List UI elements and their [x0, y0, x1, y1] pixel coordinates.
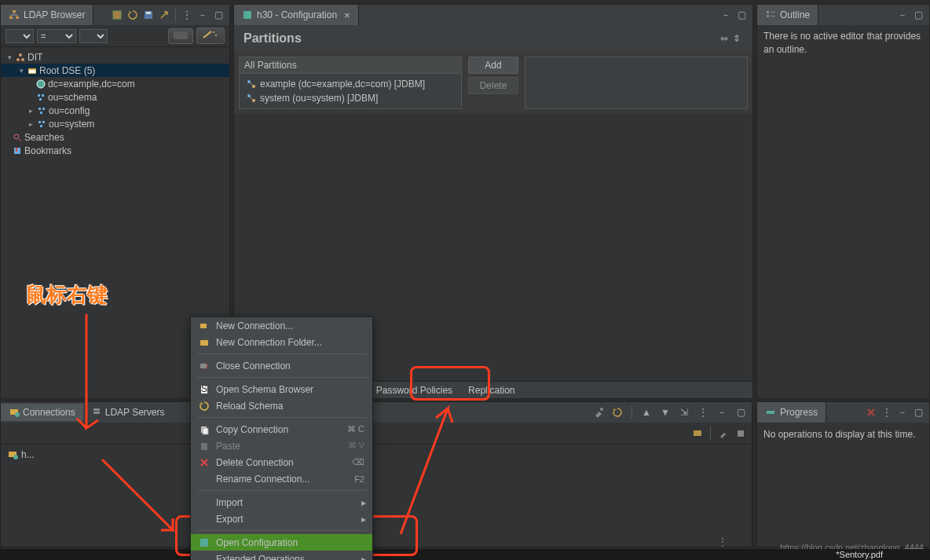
menu-import[interactable]: Import▸ — [191, 494, 372, 511]
progress-message: No operations to display at this time. — [757, 423, 929, 446]
connection-icon — [7, 449, 18, 460]
maximize-icon[interactable]: ▢ — [912, 406, 925, 419]
filter-select-3[interactable] — [79, 29, 108, 43]
more-icon[interactable]: ⋮ — [718, 536, 727, 547]
svg-rect-5 — [146, 12, 151, 14]
stop-icon[interactable] — [734, 427, 747, 440]
expand-v-icon[interactable]: ⇕ — [730, 32, 743, 45]
menu-copy[interactable]: Copy Connection⌘ C — [191, 421, 372, 437]
svg-rect-33 — [771, 12, 775, 13]
annotation-arrow-2 — [94, 456, 189, 542]
tree-config: ou=config — [49, 105, 90, 116]
menu-reload-schema[interactable]: Reload Schema — [191, 397, 372, 414]
svg-point-11 — [21, 58, 24, 61]
dit-icon — [16, 53, 25, 62]
partition-item[interactable]: system (ou=system) [JDBM] — [243, 91, 458, 105]
expand-h-icon[interactable]: ⇔ — [718, 32, 730, 45]
tree-system: ou=system — [49, 119, 94, 130]
maximize-icon[interactable]: ▢ — [912, 9, 925, 21]
svg-rect-34 — [767, 15, 769, 17]
minimize-icon[interactable]: － — [896, 406, 909, 419]
close-tab-icon[interactable]: × — [344, 9, 350, 21]
menu-new-connection[interactable]: New Connection... — [191, 317, 372, 334]
editor-tab[interactable]: h30 - Configuration × — [234, 5, 359, 25]
minimize-icon[interactable]: － — [716, 406, 728, 419]
svg-point-46 — [13, 455, 18, 459]
clear-icon[interactable] — [865, 406, 877, 419]
toolbar-icon-1[interactable] — [111, 9, 123, 21]
svg-point-37 — [15, 412, 20, 417]
wand-icon[interactable] — [196, 27, 225, 44]
maximize-icon[interactable]: ▢ — [734, 406, 747, 419]
annotation-arrow-1 — [71, 310, 118, 444]
folder-icon — [27, 66, 37, 75]
annotation-box-partitions — [410, 366, 490, 401]
minimize-icon[interactable]: － — [196, 9, 209, 21]
expand-icon[interactable]: ⇲ — [678, 406, 690, 419]
svg-rect-20 — [40, 112, 42, 114]
ldap-browser-tab[interactable]: LDAP Browser — [1, 5, 93, 25]
menu-icon[interactable]: ⋮ — [697, 406, 709, 419]
down-icon[interactable]: ▼ — [659, 406, 672, 419]
menu-export[interactable]: Export▸ — [191, 511, 372, 527]
svg-rect-48 — [200, 324, 207, 328]
minimize-icon[interactable]: － — [719, 9, 732, 21]
maximize-icon[interactable]: ▢ — [735, 9, 748, 21]
svg-rect-26 — [16, 148, 17, 152]
svg-rect-1 — [9, 16, 13, 19]
ldap-tree[interactable]: ▾DIT ▾Root DSE (5) dc=example,dc=com ou=… — [1, 47, 229, 160]
svg-rect-6 — [174, 31, 188, 39]
tree-root: Root DSE (5) — [39, 65, 95, 76]
outline-tab[interactable]: Outline — [757, 5, 818, 25]
taskbar-item[interactable]: *Sentory.pdf — [836, 550, 883, 559]
ou-icon — [36, 93, 46, 102]
menu-icon[interactable]: ⋮ — [181, 9, 193, 21]
svg-point-7 — [213, 31, 214, 33]
progress-icon — [765, 407, 776, 418]
refresh-icon[interactable] — [126, 9, 139, 21]
minimize-icon[interactable]: － — [896, 9, 909, 21]
svg-rect-47 — [767, 411, 774, 414]
tool-icon[interactable] — [592, 406, 605, 419]
filter-select-1[interactable] — [5, 29, 34, 43]
partition-item[interactable]: example (dc=example,dc=com) [JDBM] — [243, 77, 458, 91]
up-icon[interactable]: ▲ — [640, 406, 653, 419]
menu-extended-ops[interactable]: Extended Operations▸ — [191, 551, 372, 560]
progress-tab[interactable]: Progress — [757, 402, 826, 423]
svg-rect-0 — [13, 10, 16, 13]
svg-rect-27 — [243, 11, 251, 19]
menu-close-connection[interactable]: Close Connection — [191, 357, 372, 374]
svg-point-8 — [215, 35, 217, 36]
menu-icon[interactable]: ⋮ — [881, 406, 893, 419]
menu-new-folder[interactable]: New Connection Folder... — [191, 334, 372, 350]
refresh-icon[interactable] — [611, 406, 624, 419]
outline-icon — [765, 9, 776, 20]
svg-rect-16 — [42, 94, 44, 97]
svg-rect-3 — [113, 11, 121, 19]
context-menu: New Connection... New Connection Folder.… — [190, 317, 373, 560]
connections-icon — [9, 407, 20, 418]
menu-rename[interactable]: Rename Connection...F2 — [191, 470, 372, 487]
ldap-browser-title: LDAP Browser — [24, 9, 85, 20]
link-icon[interactable] — [158, 9, 170, 21]
tree-dit: DIT — [27, 52, 42, 63]
all-partitions-header: All Partitions — [240, 57, 461, 74]
menu-delete[interactable]: Delete Connection⌫ — [191, 454, 372, 470]
svg-rect-35 — [771, 16, 775, 16]
svg-point-24 — [14, 134, 19, 139]
svg-rect-18 — [38, 108, 41, 110]
delete-button[interactable]: Delete — [468, 77, 519, 94]
save-icon[interactable] — [142, 9, 155, 21]
filter-select-2[interactable]: = — [37, 29, 76, 43]
bookmarks-icon — [13, 146, 22, 156]
maximize-icon[interactable]: ▢ — [212, 9, 225, 21]
new-conn-icon[interactable] — [691, 427, 704, 440]
config-icon — [242, 9, 253, 20]
highlight-toggle[interactable] — [168, 28, 193, 44]
add-button[interactable]: Add — [468, 57, 519, 74]
menu-open-schema[interactable]: SOpen Schema Browser — [191, 381, 372, 397]
svg-rect-50 — [200, 364, 207, 368]
svg-rect-19 — [42, 108, 45, 110]
menu-open-configuration[interactable]: Open Configuration — [191, 534, 372, 551]
edit-icon[interactable] — [717, 427, 730, 440]
